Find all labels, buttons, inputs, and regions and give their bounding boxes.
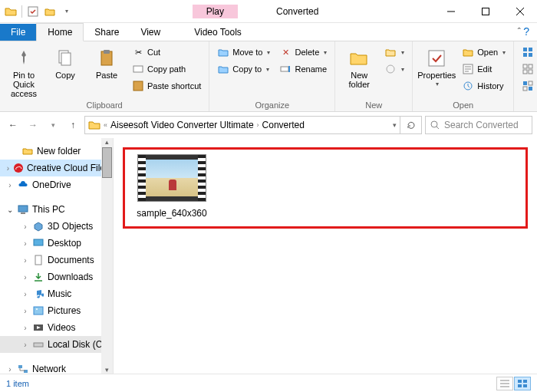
tree-item[interactable]: ›Music <box>0 285 113 302</box>
tree-item[interactable]: ›Documents <box>0 252 113 268</box>
tree-item-this-pc[interactable]: ⌄This PC <box>0 201 113 218</box>
cut-button[interactable]: ✂Cut <box>129 44 204 60</box>
move-to-button[interactable]: Move to▾ <box>214 44 273 60</box>
tree-item-local-disk[interactable]: ›Local Disk (C:) <box>0 336 113 353</box>
properties-button[interactable]: Properties▾ <box>417 44 456 88</box>
select-all-button[interactable]: Select all <box>519 44 537 60</box>
maximize-button[interactable] <box>468 0 502 23</box>
copy-path-button[interactable]: Copy path <box>129 61 204 77</box>
svg-rect-11 <box>429 51 444 66</box>
rename-button[interactable]: Rename <box>276 61 330 77</box>
invert-selection-button[interactable]: Invert selection <box>519 78 537 94</box>
tree-item-network[interactable]: ›Network <box>0 361 113 374</box>
folder-small-icon[interactable] <box>44 5 56 18</box>
tab-home[interactable]: Home <box>36 23 84 41</box>
copy-button[interactable]: Copy <box>46 44 84 80</box>
folder-icon <box>88 119 100 131</box>
svg-rect-6 <box>133 66 143 72</box>
tree-item[interactable]: ›Videos <box>0 319 113 336</box>
group-clipboard: Pin to Quick access Copy Paste ✂Cut Copy… <box>0 41 209 111</box>
tree-item[interactable]: ›Pictures <box>0 302 113 319</box>
tab-video-tools[interactable]: Video Tools <box>183 24 252 41</box>
easy-access-button[interactable]: ▾ <box>381 61 407 77</box>
svg-rect-30 <box>34 239 43 245</box>
tree-item[interactable]: ›Desktop <box>0 235 113 252</box>
music-icon <box>32 288 44 300</box>
tab-view[interactable]: View <box>130 24 171 41</box>
forward-button[interactable]: → <box>25 117 41 133</box>
open-button[interactable]: Open▾ <box>459 44 509 60</box>
close-button[interactable] <box>502 0 537 23</box>
recent-locations-button[interactable]: ▾ <box>44 117 61 133</box>
select-none-button[interactable]: Select none <box>519 61 537 77</box>
details-view-button[interactable] <box>496 377 513 390</box>
svg-rect-15 <box>529 48 532 51</box>
nav-scrollbar[interactable]: ▴ ▾ <box>101 138 113 374</box>
svg-rect-18 <box>523 64 527 68</box>
invert-icon <box>522 80 534 92</box>
svg-rect-41 <box>523 384 527 387</box>
svg-point-26 <box>431 121 437 127</box>
folder-icon <box>21 145 34 157</box>
svg-rect-9 <box>288 66 290 72</box>
svg-rect-1 <box>482 8 489 15</box>
svg-rect-40 <box>518 384 522 387</box>
minimize-button[interactable] <box>433 0 468 23</box>
refresh-button[interactable] <box>400 116 422 134</box>
paste-button[interactable]: Paste <box>87 44 126 80</box>
svg-rect-35 <box>34 343 43 347</box>
tab-file[interactable]: File <box>0 24 36 41</box>
breadcrumb-segment[interactable]: Converted <box>262 120 305 130</box>
thumbnails-view-button[interactable] <box>514 377 531 390</box>
tree-item[interactable]: ›3D Objects <box>0 218 113 235</box>
svg-rect-14 <box>523 48 527 51</box>
properties-icon[interactable] <box>27 5 39 18</box>
address-bar: ← → ▾ ↑ « Aiseesoft Video Converter Ulti… <box>0 112 537 138</box>
tab-share[interactable]: Share <box>84 24 130 41</box>
window-title: Converted <box>276 6 318 17</box>
breadcrumb[interactable]: « Aiseesoft Video Converter Ultimate› Co… <box>84 116 400 134</box>
group-open: Properties▾ Open▾ Edit History Open <box>413 41 514 111</box>
collapse-ribbon-icon[interactable]: ˆ ? <box>510 22 537 41</box>
pin-to-quick-access-button[interactable]: Pin to Quick access <box>5 44 43 98</box>
tree-item-onedrive[interactable]: ›OneDrive <box>0 176 113 193</box>
group-select: Select all Select none Invert selection … <box>514 41 537 111</box>
back-button[interactable]: ← <box>5 117 21 133</box>
svg-rect-22 <box>523 81 527 85</box>
pictures-icon <box>32 305 44 317</box>
shortcut-icon <box>132 80 144 92</box>
svg-rect-3 <box>61 53 71 65</box>
svg-rect-25 <box>523 87 527 91</box>
paste-icon <box>96 48 117 69</box>
content-pane[interactable]: sample_640x360 <box>114 138 537 374</box>
paste-shortcut-button[interactable]: Paste shortcut <box>129 78 204 94</box>
properties-icon <box>426 48 447 69</box>
easy-access-icon <box>384 63 397 75</box>
drive-icon <box>32 338 44 351</box>
copy-to-button[interactable]: Copy to▾ <box>214 61 273 77</box>
scissors-icon: ✂ <box>132 46 144 58</box>
tree-item-new-folder[interactable]: New folder <box>0 143 113 160</box>
qat-dropdown-icon[interactable]: ▾ <box>61 5 73 18</box>
up-button[interactable]: ↑ <box>64 117 81 133</box>
new-item-button[interactable]: ▾ <box>381 44 407 60</box>
file-item[interactable]: sample_640x360 <box>130 154 214 219</box>
svg-point-10 <box>387 65 394 73</box>
tree-item[interactable]: ›Downloads <box>0 268 113 285</box>
delete-button[interactable]: ✕Delete▾ <box>276 44 330 60</box>
svg-rect-19 <box>529 64 532 68</box>
edit-button[interactable]: Edit <box>459 61 509 77</box>
breadcrumb-segment[interactable]: Aiseesoft Video Converter Ultimate› <box>110 120 259 130</box>
svg-point-33 <box>36 308 38 310</box>
new-folder-icon <box>348 48 370 69</box>
new-folder-button[interactable]: New folder <box>340 44 378 89</box>
search-input[interactable]: Search Converted <box>425 116 532 134</box>
history-button[interactable]: History <box>459 78 509 94</box>
videos-icon <box>32 321 44 334</box>
svg-rect-36 <box>18 365 22 368</box>
contextual-tab-group: Play <box>193 5 238 18</box>
tree-item-creative-cloud[interactable]: ›Creative Cloud Files <box>0 160 113 176</box>
svg-rect-39 <box>523 380 527 383</box>
breadcrumb-dropdown-icon[interactable]: ▾ <box>393 121 397 129</box>
copy-path-icon <box>132 63 144 75</box>
